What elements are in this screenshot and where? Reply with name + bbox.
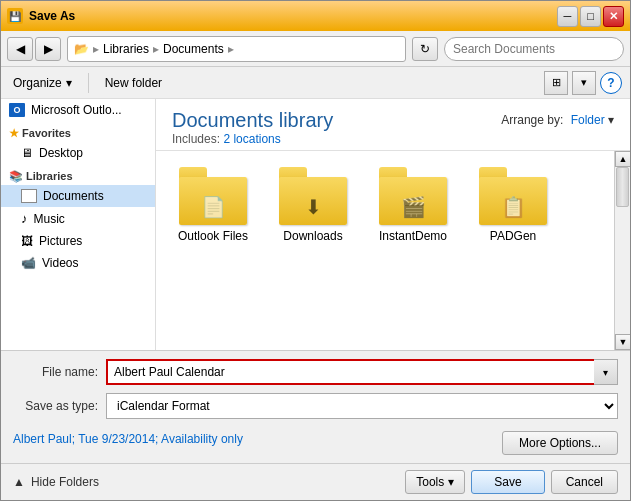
file-item[interactable]: 📄 Outlook Files (168, 163, 258, 247)
toolbar-right: ⊞ ▾ ? (544, 71, 622, 95)
path-separator-1: ▸ (93, 42, 99, 56)
star-icon: ★ (9, 127, 19, 139)
sidebar-label-videos: Videos (42, 256, 78, 270)
address-bar: ◀ ▶ 📂 ▸ Documents library Libraries ▸ Do… (1, 31, 630, 67)
scroll-up-arrow[interactable]: ▲ (615, 151, 630, 167)
save-as-type-label: Save as type: (13, 399, 98, 413)
sidebar-item-outlook[interactable]: O Microsoft Outlo... (1, 99, 155, 121)
libraries-icon: 📚 (9, 170, 23, 182)
back-button[interactable]: ◀ (7, 37, 33, 61)
file-name-dropdown[interactable]: ▾ (594, 359, 618, 385)
toolbar: Organize ▾ New folder ⊞ ▾ ? (1, 67, 630, 99)
scroll-track (615, 167, 630, 334)
libraries-header: 📚 Libraries (1, 164, 155, 185)
path-documents: Documents (163, 42, 224, 56)
more-options-button[interactable]: More Options... (502, 431, 618, 455)
organize-arrow: ▾ (66, 76, 72, 90)
close-button[interactable]: ✕ (603, 6, 624, 27)
file-name-input-wrapper: ▾ (106, 359, 618, 385)
path-separator-3: ▸ (228, 42, 234, 56)
path-separator-2: ▸ (153, 42, 159, 56)
file-item[interactable]: ⬇ Downloads (268, 163, 358, 247)
folder-overlay: 📄 (201, 195, 226, 219)
file-area-header: Documents library Includes: 2 locations … (156, 99, 630, 151)
file-area: Documents library Includes: 2 locations … (156, 99, 630, 350)
outlook-icon: O (9, 103, 25, 117)
sidebar: O Microsoft Outlo... ★ Favorites 🖥 Deskt… (1, 99, 156, 350)
sidebar-label-documents: Documents (43, 189, 104, 203)
title-bar: 💾 Save As ─ □ ✕ (1, 1, 630, 31)
file-name-row: File name: ▾ (1, 351, 630, 389)
scroll-area: 📄 Outlook Files ⬇ Downloads 🎬 InstantDem… (156, 151, 630, 350)
folder-name: Downloads (283, 229, 342, 243)
arrange-value: Folder (571, 113, 605, 127)
pictures-icon: 🖼 (21, 234, 33, 248)
sidebar-label-outlook: Microsoft Outlo... (31, 103, 122, 117)
scroll-down-arrow[interactable]: ▼ (615, 334, 630, 350)
sidebar-item-pictures[interactable]: 🖼 Pictures (1, 230, 155, 252)
view-dropdown[interactable]: ▾ (572, 71, 596, 95)
libraries-label: Libraries (26, 170, 72, 182)
tools-button[interactable]: Tools ▾ (405, 470, 465, 494)
save-button[interactable]: Save (471, 470, 544, 494)
folder-icon: 📋 (479, 167, 547, 225)
toolbar-separator (88, 73, 89, 93)
arrange-by: Arrange by: Folder ▾ (501, 113, 614, 127)
folder-name: PADGen (490, 229, 536, 243)
file-name-input[interactable] (106, 359, 594, 385)
search-input[interactable] (444, 37, 624, 61)
window-icon: 💾 (7, 8, 23, 24)
folder-body: ⬇ (279, 177, 347, 225)
info-text: Albert Paul; Tue 9/23/2014; Availability… (13, 431, 490, 448)
folder-overlay: ⬇ (305, 195, 322, 219)
favorites-header: ★ Favorites (1, 121, 155, 142)
sidebar-item-desktop[interactable]: 🖥 Desktop (1, 142, 155, 164)
organize-button[interactable]: Organize ▾ (9, 74, 76, 92)
bottom-area: File name: ▾ Save as type: iCalendar For… (1, 350, 630, 463)
file-item[interactable]: 🎬 InstantDemo (368, 163, 458, 247)
folder-body: 📋 (479, 177, 547, 225)
library-subtitle: Includes: 2 locations (172, 132, 333, 146)
new-folder-button[interactable]: New folder (101, 74, 166, 92)
cancel-button[interactable]: Cancel (551, 470, 618, 494)
file-item[interactable]: 📋 PADGen (468, 163, 558, 247)
sidebar-item-videos[interactable]: 📹 Videos (1, 252, 155, 274)
action-buttons: More Options... (502, 431, 618, 455)
hide-folders-button[interactable]: ▲ Hide Folders (13, 475, 99, 489)
folder-icon: 📄 (179, 167, 247, 225)
scrollbar: ▲ ▼ (614, 151, 630, 350)
file-grid: 📄 Outlook Files ⬇ Downloads 🎬 InstantDem… (156, 151, 614, 350)
organize-label: Organize (13, 76, 62, 90)
address-path[interactable]: 📂 ▸ Documents library Libraries ▸ Docume… (67, 36, 406, 62)
main-content: O Microsoft Outlo... ★ Favorites 🖥 Deskt… (1, 99, 630, 350)
folder-overlay: 📋 (501, 195, 526, 219)
file-name-label: File name: (13, 365, 98, 379)
minimize-button[interactable]: ─ (557, 6, 578, 27)
folder-overlay: 🎬 (401, 195, 426, 219)
new-folder-label: New folder (105, 76, 162, 90)
view-button[interactable]: ⊞ (544, 71, 568, 95)
file-type-select[interactable]: iCalendar Format (106, 393, 618, 419)
sidebar-item-documents[interactable]: Documents (1, 185, 155, 207)
hide-folders-icon: ▲ (13, 475, 25, 489)
maximize-button[interactable]: □ (580, 6, 601, 27)
tools-arrow: ▾ (448, 475, 454, 489)
forward-button[interactable]: ▶ (35, 37, 61, 61)
folder-body: 🎬 (379, 177, 447, 225)
folder-name: Outlook Files (178, 229, 248, 243)
videos-icon: 📹 (21, 256, 36, 270)
window-title: Save As (29, 9, 557, 23)
folder-name: InstantDemo (379, 229, 447, 243)
folder-icon: 🎬 (379, 167, 447, 225)
sidebar-item-music[interactable]: ♪ Music (1, 207, 155, 230)
footer: ▲ Hide Folders Tools ▾ Save Cancel (1, 463, 630, 500)
locations-link[interactable]: 2 locations (223, 132, 280, 146)
scroll-thumb[interactable] (616, 167, 629, 207)
help-button[interactable]: ? (600, 72, 622, 94)
nav-buttons: ◀ ▶ (7, 37, 61, 61)
music-icon: ♪ (21, 211, 28, 226)
refresh-button[interactable]: ↻ (412, 37, 438, 61)
tools-label: Tools (416, 475, 444, 489)
footer-buttons: Tools ▾ Save Cancel (405, 470, 618, 494)
action-area: Albert Paul; Tue 9/23/2014; Availability… (1, 427, 630, 463)
